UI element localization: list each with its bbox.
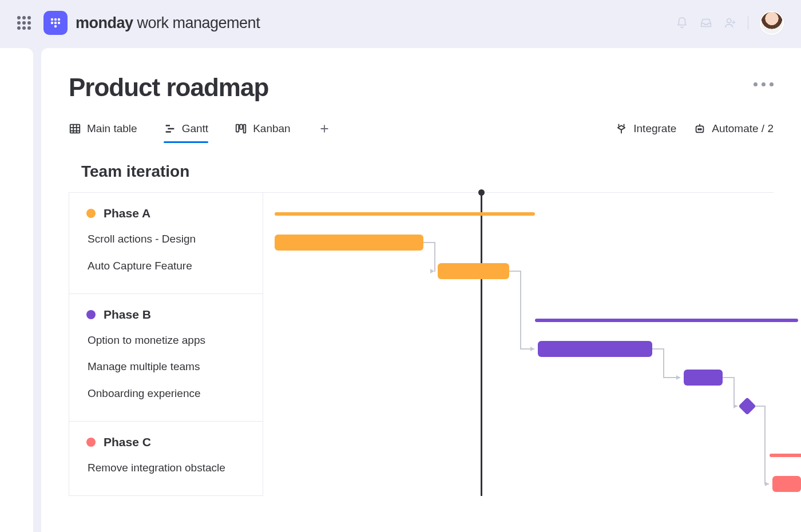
integrate-label: Integrate bbox=[633, 122, 676, 135]
task-bar[interactable] bbox=[275, 235, 423, 251]
task-row[interactable]: Manage multiple teams bbox=[86, 354, 245, 380]
task-bar[interactable] bbox=[438, 263, 509, 279]
svg-point-2 bbox=[58, 18, 60, 21]
tab-kanban[interactable]: Kanban bbox=[235, 117, 291, 141]
app-body: Product roadmap Main table Gantt Kanban bbox=[0, 46, 801, 532]
today-marker-line bbox=[481, 192, 482, 496]
task-row[interactable]: Option to monetize apps bbox=[86, 327, 245, 354]
board-title[interactable]: Product roadmap bbox=[69, 73, 774, 102]
phase-block: Phase AScroll actions - DesignAuto Captu… bbox=[69, 193, 263, 294]
svg-point-1 bbox=[54, 18, 57, 21]
section-title: Team iteration bbox=[81, 162, 774, 181]
task-bar[interactable] bbox=[772, 476, 801, 492]
notifications-icon[interactable] bbox=[676, 17, 688, 29]
automate-label: Automate / 2 bbox=[712, 122, 774, 135]
task-bar[interactable] bbox=[684, 370, 723, 386]
phase-title[interactable]: Phase C bbox=[86, 435, 245, 449]
gantt-timeline[interactable] bbox=[263, 193, 774, 496]
app-header: monday work management bbox=[0, 0, 801, 46]
milestone-marker[interactable] bbox=[738, 397, 756, 415]
invite-icon[interactable] bbox=[724, 17, 736, 29]
svg-point-0 bbox=[51, 18, 53, 21]
svg-point-13 bbox=[698, 129, 699, 130]
add-view-button[interactable] bbox=[317, 121, 332, 136]
brand-title: monday work management bbox=[76, 14, 260, 32]
inbox-icon[interactable] bbox=[700, 17, 712, 29]
tab-label: Gantt bbox=[182, 122, 208, 135]
phase-summary-bar[interactable] bbox=[275, 212, 535, 216]
task-row[interactable]: Scroll actions - Design bbox=[86, 226, 245, 253]
svg-rect-10 bbox=[240, 125, 243, 129]
phase-color-dot bbox=[86, 209, 96, 218]
automate-icon bbox=[693, 122, 706, 135]
left-rail bbox=[0, 48, 33, 532]
header-divider bbox=[748, 16, 748, 30]
svg-rect-8 bbox=[70, 125, 80, 133]
svg-rect-9 bbox=[236, 125, 239, 132]
task-bar[interactable] bbox=[538, 341, 652, 357]
phase-summary-bar[interactable] bbox=[770, 454, 801, 457]
phase-color-dot bbox=[86, 310, 96, 319]
phase-block: Phase CRemove integration obstacle bbox=[69, 422, 263, 496]
board-panel: Product roadmap Main table Gantt Kanban bbox=[41, 48, 801, 532]
tab-gantt[interactable]: Gantt bbox=[164, 117, 208, 141]
monday-logo-icon bbox=[49, 16, 62, 30]
phase-title[interactable]: Phase A bbox=[86, 207, 245, 220]
phase-block: Phase BOption to monetize appsManage mul… bbox=[69, 294, 263, 422]
user-avatar[interactable] bbox=[760, 11, 784, 35]
tab-label: Main table bbox=[87, 122, 137, 135]
gantt-chart: Phase AScroll actions - DesignAuto Captu… bbox=[69, 192, 774, 496]
phase-summary-bar[interactable] bbox=[535, 319, 798, 322]
svg-point-4 bbox=[54, 22, 57, 24]
header-actions bbox=[676, 11, 784, 35]
apps-menu-button[interactable] bbox=[17, 16, 31, 30]
task-row[interactable]: Remove integration obstacle bbox=[86, 455, 245, 482]
svg-rect-11 bbox=[244, 125, 246, 133]
board-more-button[interactable] bbox=[754, 82, 774, 86]
svg-point-6 bbox=[54, 25, 57, 27]
product-logo bbox=[43, 11, 68, 35]
svg-point-5 bbox=[58, 22, 60, 24]
svg-point-3 bbox=[51, 22, 53, 24]
phase-name: Phase C bbox=[104, 435, 151, 449]
phase-color-dot bbox=[86, 438, 96, 447]
task-row[interactable]: Auto Capture Feature bbox=[86, 253, 245, 280]
integrate-button[interactable]: Integrate bbox=[615, 122, 676, 135]
task-row[interactable]: Onboarding experience bbox=[86, 380, 245, 407]
automate-button[interactable]: Automate / 2 bbox=[693, 122, 774, 135]
table-icon bbox=[69, 122, 81, 135]
plus-icon bbox=[318, 122, 331, 135]
gantt-icon bbox=[164, 122, 176, 135]
phase-title[interactable]: Phase B bbox=[86, 308, 245, 321]
app-root: monday work management Product roadmap M… bbox=[0, 0, 801, 532]
phase-name: Phase B bbox=[104, 308, 151, 321]
integrate-icon bbox=[615, 122, 628, 135]
view-tabs: Main table Gantt Kanban bbox=[69, 117, 774, 141]
svg-point-14 bbox=[700, 129, 701, 130]
tab-main-table[interactable]: Main table bbox=[69, 117, 137, 141]
gantt-task-list: Phase AScroll actions - DesignAuto Captu… bbox=[69, 193, 263, 496]
phase-name: Phase A bbox=[104, 207, 150, 220]
kanban-icon bbox=[235, 122, 247, 135]
tab-label: Kanban bbox=[253, 122, 291, 135]
svg-point-7 bbox=[727, 19, 731, 23]
